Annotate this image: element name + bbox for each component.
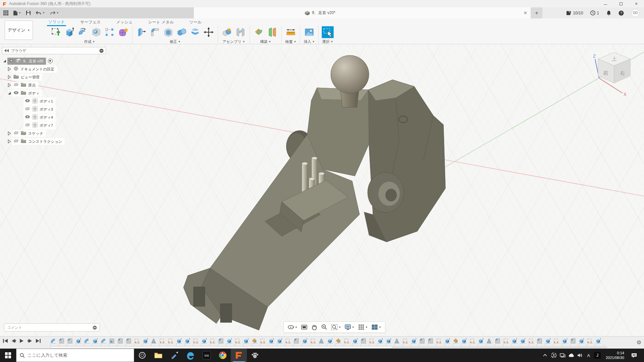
timeline-feature-sketch-13[interactable] (159, 338, 165, 344)
taskbar-app-explorer[interactable] (150, 349, 166, 362)
timeline-feature-combine-34[interactable] (335, 338, 341, 344)
timeline-feature-mirror-41[interactable] (394, 338, 400, 344)
split-icon[interactable] (190, 26, 201, 38)
select-icon[interactable] (322, 26, 333, 38)
timeline-feature-extrude-27[interactable] (277, 338, 282, 344)
help-icon[interactable]: ? (619, 10, 624, 16)
taskbar-app-edge[interactable] (182, 349, 199, 362)
timeline-feature-fillet-45[interactable] (428, 338, 433, 344)
notifications-bell-icon[interactable] (606, 10, 611, 15)
timeline-feature-sketch-22[interactable] (235, 338, 240, 344)
timeline-feature-extrude-26[interactable] (268, 338, 274, 344)
ribbon-tab-2[interactable]: メッシュ (115, 19, 134, 26)
timeline-feature-fillet-44[interactable] (419, 338, 425, 344)
timeline-feature-extrude-63[interactable] (579, 338, 584, 344)
timeline-feature-sketch-10[interactable] (134, 338, 140, 344)
timeline-feature-fillet-20[interactable] (218, 338, 224, 344)
visibility-eye-icon[interactable] (13, 139, 19, 144)
zoom-tool[interactable] (320, 323, 329, 331)
axis-icon[interactable] (267, 26, 278, 38)
timeline-feature-extrude-56[interactable] (520, 338, 526, 344)
ribbon-tab-0[interactable]: ソリッド (47, 18, 66, 26)
collapse-panel-icon[interactable] (4, 49, 9, 52)
avatar[interactable]: DD (631, 9, 639, 17)
ribbon-tab-1[interactable]: サーフェス (79, 19, 102, 26)
timeline-feature-fillet-53[interactable] (495, 338, 500, 344)
ribbon-group-label[interactable]: 挿入▼ (304, 39, 315, 44)
workspace-selector[interactable]: デザイン ▼ (5, 20, 33, 40)
insert-image-icon[interactable] (304, 26, 315, 38)
timeline-feature-extrude-36[interactable] (352, 338, 358, 344)
timeline-feature-fillet-37[interactable] (361, 338, 366, 344)
tray-volume-icon[interactable] (576, 349, 584, 362)
taskbar-app-cortana[interactable] (134, 349, 150, 362)
tray-chevron-up-icon[interactable] (541, 349, 549, 362)
timeline-feature-sketch-17[interactable] (193, 338, 199, 344)
play-button[interactable] (19, 339, 24, 343)
ribbon-group-label[interactable]: 構築▼ (260, 39, 271, 44)
expand-caret-icon[interactable] (7, 131, 12, 135)
fit-tool[interactable]: ▼ (330, 323, 342, 331)
timeline-feature-combine-24[interactable] (252, 338, 257, 344)
visibility-eye-icon[interactable] (25, 107, 30, 112)
press-pull-icon[interactable] (136, 26, 147, 38)
timeline-feature-extrude-18[interactable] (201, 338, 207, 344)
app-grid-icon[interactable] (3, 10, 8, 15)
timeline-feature-extrude-65[interactable] (595, 338, 601, 344)
timeline-feature-revolve-0[interactable] (50, 338, 56, 344)
ribbon-group-label[interactable]: 作成▼ (84, 39, 95, 44)
ribbon-tab-3[interactable]: シート メタル (147, 19, 175, 26)
timeline-feature-fillet-1[interactable] (59, 338, 64, 344)
timeline-feature-extrude-5[interactable] (92, 338, 98, 344)
pattern-icon[interactable] (104, 26, 115, 38)
visibility-eye-icon[interactable] (13, 83, 19, 87)
hole-icon[interactable] (91, 26, 102, 38)
timeline-feature-mirror-12[interactable] (151, 338, 157, 344)
orbit-tool[interactable]: ▼ (286, 323, 299, 331)
expand-caret-icon[interactable] (2, 59, 7, 63)
timeline-feature-fillet-29[interactable] (293, 338, 299, 344)
timeline-feature-mirror-32[interactable] (319, 338, 324, 344)
move-icon[interactable] (203, 26, 214, 38)
timeline-feature-extrude-59[interactable] (545, 338, 551, 344)
timeline-feature-sketch-46[interactable] (436, 338, 442, 344)
timeline-feature-sketch-64[interactable] (587, 338, 593, 344)
step-back-button[interactable] (11, 339, 16, 343)
tray-ime-J-icon[interactable]: J (593, 349, 602, 362)
timeline-feature-extrude-16[interactable] (184, 338, 190, 344)
redo-button[interactable]: ▼ (50, 11, 59, 15)
expand-caret-icon[interactable] (7, 83, 12, 87)
timeline-feature-extrude-49[interactable] (461, 338, 467, 344)
taskbar-app-paw-app[interactable] (247, 349, 263, 362)
timeline-settings-gear-icon[interactable]: ⚙ (637, 339, 641, 346)
browser-item-ボディ[interactable]: ボディ (2, 89, 106, 97)
timeline-feature-fillet-8[interactable] (117, 338, 123, 344)
start-button[interactable] (0, 349, 16, 362)
document-tab[interactable]: 9、足首 v20* ✕ (194, 7, 531, 18)
browser-item-ボディ1[interactable]: ボディ1 (2, 97, 106, 105)
timeline-feature-sketch-19[interactable] (210, 338, 215, 344)
viewport-canvas[interactable]: Z X 上 前 右 ブラウザ 9、足首 v20ドキュメントの設定ビュー管理 (0, 44, 644, 336)
timeline-feature-fillet-58[interactable] (537, 338, 542, 344)
new-tab-button[interactable]: + (531, 7, 542, 18)
browser-item-ドキュメントの設定[interactable]: ドキュメントの設定 (2, 65, 106, 73)
ribbon-group-label[interactable]: アセンブリ▼ (222, 39, 245, 44)
create-sketch-icon[interactable] (50, 26, 62, 38)
job-status-button[interactable]: 10/10 (566, 11, 583, 15)
save-button[interactable] (26, 10, 31, 15)
timeline-scrollbar[interactable] (50, 346, 607, 348)
timeline-feature-sketch-31[interactable] (310, 338, 316, 344)
browser-item-ビュー管理[interactable]: ビュー管理 (2, 73, 106, 81)
timeline-feature-extrude-15[interactable] (176, 338, 182, 344)
expand-caret-icon[interactable] (7, 139, 12, 143)
taskbar-search-input[interactable]: ここに入力して検索 (16, 349, 134, 362)
browser-item-ボディ4[interactable]: ボディ4 (2, 113, 106, 121)
browser-item-ボディ3[interactable]: ボディ3 (2, 105, 106, 113)
timeline-feature-extrude-61[interactable] (562, 338, 568, 344)
display-settings-tool[interactable]: ▼ (343, 323, 356, 331)
expand-caret-icon[interactable] (7, 91, 12, 95)
timeline-feature-combine-48[interactable] (453, 338, 459, 344)
timeline-feature-extrude-51[interactable] (478, 338, 484, 344)
browser-item-コンストラクション[interactable]: コンストラクション (2, 137, 106, 145)
viewports-tool[interactable]: ▼ (370, 323, 382, 331)
